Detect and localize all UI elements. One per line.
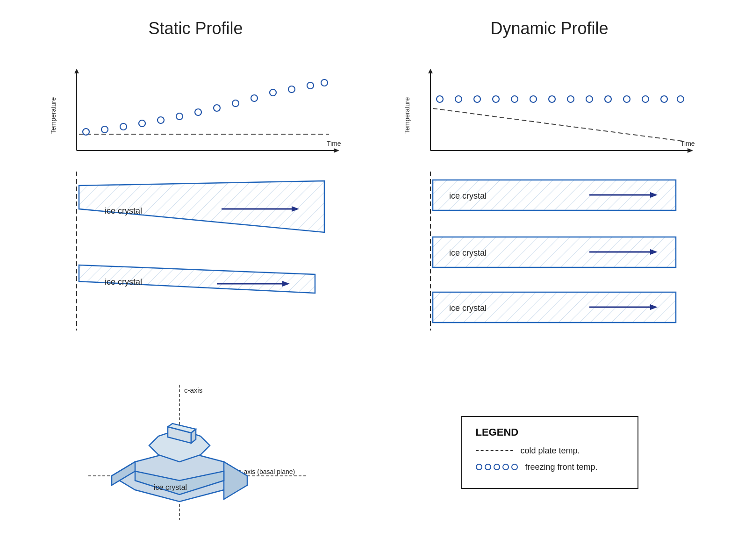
svg-point-42 [493, 96, 499, 102]
svg-point-7 [83, 129, 89, 135]
dynamic-chart: Temperature Time [402, 69, 697, 167]
dynamic-profile-title: Dynamic Profile [372, 19, 726, 38]
svg-text:a-axis (basal plane): a-axis (basal plane) [238, 468, 295, 475]
svg-text:ice crystal: ice crystal [449, 191, 487, 201]
svg-text:Time: Time [681, 140, 695, 147]
svg-point-19 [307, 82, 314, 89]
svg-point-9 [120, 123, 127, 130]
svg-text:ice crystal: ice crystal [105, 206, 142, 215]
svg-point-48 [605, 96, 611, 102]
svg-point-16 [251, 95, 258, 101]
svg-point-8 [101, 126, 108, 133]
svg-text:ice crystal: ice crystal [449, 248, 487, 258]
svg-point-17 [270, 89, 276, 96]
svg-point-40 [455, 96, 462, 102]
legend-freezing-front-label: freezing front temp. [525, 462, 598, 472]
static-chart: Temperature Time [49, 69, 343, 167]
legend-box: LEGEND cold plate temp. freezing front t… [461, 416, 638, 489]
svg-point-10 [139, 120, 145, 127]
svg-point-47 [586, 96, 593, 102]
svg-point-11 [158, 117, 164, 123]
svg-point-41 [474, 96, 480, 102]
dynamic-crystals: ice crystal ice crystal ice crystal [402, 172, 697, 330]
legend-circle-5 [511, 464, 518, 470]
svg-point-44 [530, 96, 537, 102]
legend-circle-3 [494, 464, 500, 470]
legend-circle-1 [476, 464, 482, 470]
svg-text:ice crystal: ice crystal [154, 483, 187, 491]
svg-point-52 [677, 96, 684, 102]
legend-circle-4 [502, 464, 509, 470]
svg-marker-2 [334, 148, 339, 153]
svg-point-39 [437, 96, 443, 102]
svg-point-18 [288, 86, 295, 93]
svg-marker-3 [74, 69, 79, 73]
svg-point-51 [661, 96, 667, 102]
legend-cold-plate: cold plate temp. [476, 446, 623, 456]
svg-text:Temperature: Temperature [50, 97, 57, 134]
hex-diagram: c-axis a-axis (basal plane) [79, 382, 313, 523]
static-profile-title: Static Profile [19, 19, 372, 38]
svg-point-50 [642, 96, 649, 102]
legend-circle-2 [485, 464, 491, 470]
circles-icon [476, 464, 518, 470]
dashed-line-icon [476, 450, 513, 451]
svg-point-20 [321, 79, 328, 86]
svg-marker-34 [688, 148, 693, 153]
svg-point-45 [549, 96, 555, 102]
static-crystals: ice crystal ice crystal [49, 172, 343, 330]
svg-point-15 [232, 100, 239, 107]
legend-cold-plate-label: cold plate temp. [521, 446, 580, 456]
svg-line-38 [433, 108, 683, 141]
svg-point-12 [176, 113, 183, 120]
svg-point-14 [214, 105, 220, 111]
svg-point-43 [511, 96, 518, 102]
svg-text:Temperature: Temperature [403, 97, 411, 134]
svg-marker-35 [428, 69, 433, 73]
legend-freezing-front: freezing front temp. [476, 462, 623, 472]
svg-text:Time: Time [327, 140, 341, 147]
svg-marker-77 [224, 462, 247, 499]
svg-text:ice crystal: ice crystal [105, 277, 142, 287]
svg-point-13 [195, 109, 201, 115]
svg-text:ice crystal: ice crystal [449, 303, 487, 313]
legend-title: LEGEND [476, 426, 623, 438]
svg-point-46 [567, 96, 574, 102]
svg-point-49 [623, 96, 630, 102]
svg-text:c-axis: c-axis [184, 386, 202, 394]
